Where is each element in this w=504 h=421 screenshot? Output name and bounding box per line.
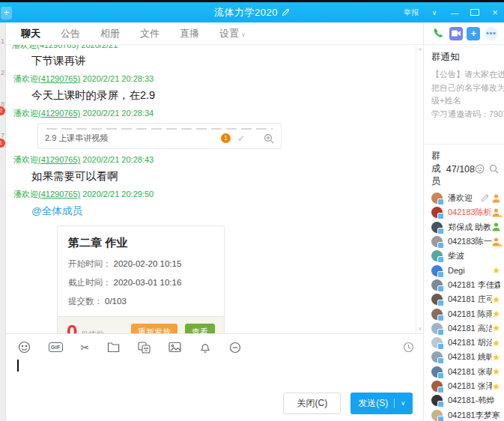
- member-badges: ★: [492, 324, 500, 333]
- mute-circle-icon[interactable]: [229, 342, 241, 354]
- homework-start-time: 开始时间：2020-02-20 10:15: [68, 258, 213, 270]
- member-name: Degi: [448, 266, 465, 275]
- video-file-label[interactable]: 2.9 上课串讲视频: [45, 133, 108, 144]
- avatar: [431, 236, 443, 247]
- sender-uid-link[interactable]: (41290765): [38, 190, 80, 199]
- view-homework-button[interactable]: 查看: [185, 324, 215, 334]
- image-icon[interactable]: [168, 342, 181, 353]
- close-button[interactable]: 关闭(C): [283, 393, 341, 414]
- scroll-down-arrow[interactable]: ∨: [416, 326, 423, 332]
- tab-live[interactable]: 直播: [180, 27, 199, 40]
- member-row[interactable]: 042181-韩烨: [431, 393, 504, 408]
- member-row[interactable]: 042181李梦寒: [431, 408, 504, 421]
- sidebar-action-icons: + •••: [424, 22, 504, 45]
- voice-call-icon[interactable]: [431, 27, 445, 40]
- sender-uid-link[interactable]: (41290765): [38, 155, 80, 164]
- search-member-icon[interactable]: [489, 164, 499, 174]
- reissue-homework-button[interactable]: 重新发放: [131, 324, 177, 334]
- sender-name[interactable]: 潘欢迎: [13, 190, 38, 199]
- edit-title-icon[interactable]: [282, 8, 290, 16]
- tab-chat[interactable]: 聊天: [21, 27, 40, 40]
- sender-name[interactable]: 潘欢迎: [13, 155, 38, 164]
- group-title: 流体力学2020: [214, 7, 278, 18]
- message-input-area[interactable]: GIF ✂ 关闭(C) 发送(S)∨: [6, 333, 423, 421]
- member-row[interactable]: 042181 姚昕洋 ★: [431, 350, 504, 364]
- member-row[interactable]: 042181 张萌 ★: [431, 365, 504, 379]
- send-options-chevron-icon[interactable]: ∨: [401, 400, 405, 407]
- bell-icon[interactable]: [199, 342, 211, 354]
- more-icon[interactable]: •••: [485, 27, 498, 40]
- avatar: [431, 193, 443, 204]
- maximize-button[interactable]: [470, 9, 479, 16]
- homework-title: 第二章 作业: [68, 236, 213, 250]
- avatar: [431, 395, 443, 406]
- video-call-icon[interactable]: [449, 27, 463, 40]
- member-row[interactable]: 042181 张泽星 ★: [431, 379, 504, 393]
- close-window-button[interactable]: ×: [491, 7, 500, 18]
- message-timestamp: 2020/2/21 20:28:43: [82, 155, 154, 164]
- sender-uid-link[interactable]: (41290765): [38, 74, 80, 83]
- tab-files[interactable]: 文件: [140, 27, 160, 40]
- message-timestamp: 2020/2/21 20:28:34: [82, 109, 154, 118]
- tabbar: 聊天 公告 相册 文件 直播 设置∨: [6, 22, 423, 45]
- zoom-in-magnifier-icon[interactable]: [264, 133, 274, 144]
- group-notice-panel[interactable]: 群通知 【公告】请大家在进群后， 把自己的名字修改为：班 级+姓名 学习通邀请码…: [424, 45, 504, 145]
- owner-badge-icon: ★: [492, 208, 500, 217]
- sender-uid-link[interactable]: (41290765): [38, 109, 80, 118]
- member-name: 柴波: [448, 250, 464, 261]
- emoji-icon[interactable]: [18, 341, 31, 354]
- collapse-window-button[interactable]: ∨: [430, 9, 439, 16]
- clipped-sender-line: 潘欢迎(41290765) 2020/2/21: [12, 45, 413, 50]
- sender-name[interactable]: 潘欢迎: [13, 74, 38, 83]
- member-row[interactable]: 潘欢迎: [431, 191, 504, 205]
- scroll-up-arrow[interactable]: ∧: [416, 46, 423, 52]
- add-bubble-icon[interactable]: +: [467, 27, 480, 40]
- message-history-clock-icon[interactable]: [403, 342, 414, 353]
- member-row[interactable]: 042183陈析 ★: [431, 205, 504, 219]
- member-badges: ★: [492, 339, 500, 348]
- member-row[interactable]: 042181 庄可欣 ★: [431, 292, 504, 306]
- clipped-card-line: [46, 124, 273, 130]
- member-face-icon[interactable]: [475, 164, 485, 174]
- chat-scrollbar[interactable]: ∧ ∨: [416, 45, 423, 333]
- tab-settings[interactable]: 设置∨: [219, 27, 246, 40]
- tab-announcements[interactable]: 公告: [61, 27, 80, 40]
- video-file-card[interactable]: 2.9 上课串讲视频 1 ✓: [37, 123, 282, 149]
- level-star-icon: ★: [492, 324, 500, 333]
- notice-line: 级+姓名: [431, 94, 497, 108]
- avatar: [431, 294, 443, 305]
- tab-albums[interactable]: 相册: [100, 27, 120, 40]
- admin-badge-icon: [492, 222, 500, 231]
- avatar: [431, 351, 443, 363]
- member-row[interactable]: 042181 高洁 ★: [431, 321, 504, 336]
- gif-icon[interactable]: GIF: [49, 342, 63, 352]
- sticker-icon[interactable]: [138, 342, 151, 354]
- member-row[interactable]: 042181 李佳森: [431, 278, 504, 292]
- send-button[interactable]: 发送(S)∨: [350, 393, 413, 414]
- member-row[interactable]: 柴波: [431, 249, 504, 263]
- level-star-icon: ★: [492, 367, 500, 376]
- chat-message-area[interactable]: 潘欢迎(41290765) 2020/2/21 下节课再讲 潘欢迎(412907…: [6, 45, 423, 333]
- member-row[interactable]: 042181 胡治翔 ★: [431, 336, 504, 350]
- file-folder-icon[interactable]: [107, 342, 120, 353]
- report-button[interactable]: 举报: [404, 7, 419, 18]
- member-name: 042181 姚昕洋: [448, 351, 492, 363]
- avatar: [431, 222, 443, 233]
- member-row[interactable]: 042183陈一帆 ★: [431, 234, 504, 249]
- window-controls: 举报 ∨ — ×: [404, 2, 500, 22]
- member-row[interactable]: 042181 陈雨 ★: [431, 306, 504, 321]
- member-list[interactable]: 潘欢迎 042183陈析 ★ 郑保成 助教 042183陈一帆 ★ 柴波 Deg…: [424, 191, 504, 421]
- qq-group-chat-window: + 流体力学2020 举报 ∨ — × 1 2 8 7 2 1 聊天 公告 相册…: [0, 0, 504, 421]
- minimize-button[interactable]: —: [450, 8, 459, 17]
- level-star-icon: ★: [492, 266, 500, 275]
- member-row[interactable]: Degi ★: [431, 263, 504, 277]
- homework-card[interactable]: 第二章 作业 开始时间：2020-02-20 10:15 截止时间：2020-0…: [57, 225, 225, 333]
- edit-member-name-icon[interactable]: [481, 194, 489, 202]
- member-row[interactable]: 郑保成 助教: [431, 220, 504, 234]
- member-badges: ★: [492, 353, 500, 362]
- sender-name[interactable]: 潘欢迎: [13, 109, 38, 118]
- mention-all-members[interactable]: @全体成员: [31, 205, 413, 218]
- member-badges: ★: [492, 266, 500, 275]
- member-badges: ★: [492, 208, 500, 217]
- screenshot-scissors-icon[interactable]: ✂: [81, 342, 90, 353]
